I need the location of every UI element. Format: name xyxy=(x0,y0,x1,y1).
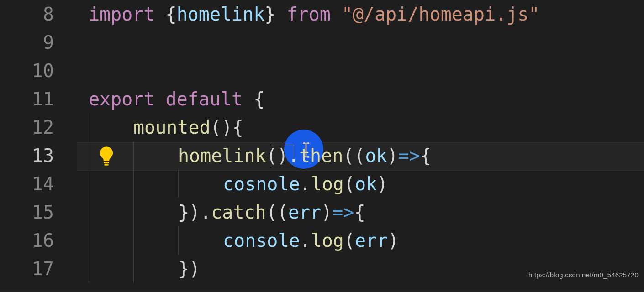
line-number: 17 xyxy=(0,255,78,283)
keyword-from: from xyxy=(287,0,331,28)
line-number: 10 xyxy=(0,57,78,85)
parens: () xyxy=(211,113,232,141)
svg-rect-1 xyxy=(104,164,108,166)
paren-open: (( xyxy=(266,198,288,226)
param-ok: ok xyxy=(365,141,387,170)
param-err: err xyxy=(355,226,388,255)
paren-open: ( xyxy=(266,141,277,170)
identifier-console: console xyxy=(223,226,300,255)
line-number: 13 xyxy=(0,141,78,170)
lightbulb-icon[interactable] xyxy=(98,146,115,166)
paren-close: ) xyxy=(277,141,288,170)
dot: . xyxy=(288,141,299,170)
brace-open: { xyxy=(253,85,264,113)
method-mounted: mounted xyxy=(133,113,211,141)
paren-open: ( xyxy=(344,226,355,255)
line-number: 15 xyxy=(0,198,78,226)
brace-close: } xyxy=(178,255,189,283)
dot: . xyxy=(300,170,311,198)
code-editor[interactable]: 8 import { homelink } from "@/api/homeap… xyxy=(0,0,644,292)
paren-close: ) xyxy=(377,170,388,198)
code-line[interactable]: 16 console . log ( err ) xyxy=(0,226,644,255)
code-line[interactable]: 10 xyxy=(0,57,644,85)
line-number: 14 xyxy=(0,170,78,198)
call-log: log xyxy=(311,226,344,255)
brace-close: } xyxy=(178,198,189,226)
arrow: => xyxy=(332,198,354,226)
call-catch: catch xyxy=(211,198,266,226)
param-err: err xyxy=(288,198,321,226)
code-line[interactable]: 9 xyxy=(0,28,644,57)
paren-close: ) xyxy=(189,198,200,226)
code-line[interactable]: 11 export default { xyxy=(0,85,644,113)
param-ok: ok xyxy=(355,170,377,198)
code-line[interactable]: 8 import { homelink } from "@/api/homeap… xyxy=(0,0,644,28)
dot: . xyxy=(300,226,311,255)
code-line[interactable]: 12 mounted () { xyxy=(0,113,644,141)
brace-open: { xyxy=(166,0,177,28)
keyword-import: import xyxy=(89,0,155,28)
line-number: 8 xyxy=(0,0,78,28)
divider xyxy=(0,291,644,291)
line-number: 11 xyxy=(0,85,78,113)
brace-open: { xyxy=(232,113,243,141)
paren-close: ) xyxy=(388,226,399,255)
watermark-text: https://blog.csdn.net/m0_54625720 xyxy=(528,261,639,289)
brace-close: } xyxy=(264,0,275,28)
dot: . xyxy=(200,198,211,226)
svg-rect-0 xyxy=(104,162,109,164)
code-line[interactable]: 15 } ) . catch (( err ) => { xyxy=(0,198,644,226)
line-number: 16 xyxy=(0,226,78,255)
paren-close: ) xyxy=(189,255,200,283)
brace-open: { xyxy=(420,141,431,170)
call-homelink: homelink xyxy=(178,141,266,170)
string-path: "@/api/homeapi.js" xyxy=(342,0,539,28)
call-then: then xyxy=(299,141,343,170)
brace-open: { xyxy=(354,198,365,226)
identifier-cosnole: cosnole xyxy=(223,170,300,198)
identifier-homelink: homelink xyxy=(177,0,265,28)
line-number: 9 xyxy=(0,28,78,57)
paren-open: (( xyxy=(343,141,365,170)
keyword-export: export xyxy=(89,85,155,113)
code-line[interactable]: 14 cosnole . log ( ok ) xyxy=(0,170,644,198)
keyword-default: default xyxy=(166,85,243,113)
paren-close: ) xyxy=(321,198,332,226)
paren-open: ( xyxy=(344,170,355,198)
arrow: => xyxy=(398,141,420,170)
paren-close: ) xyxy=(387,141,398,170)
line-number: 12 xyxy=(0,113,78,141)
call-log: log xyxy=(311,170,344,198)
